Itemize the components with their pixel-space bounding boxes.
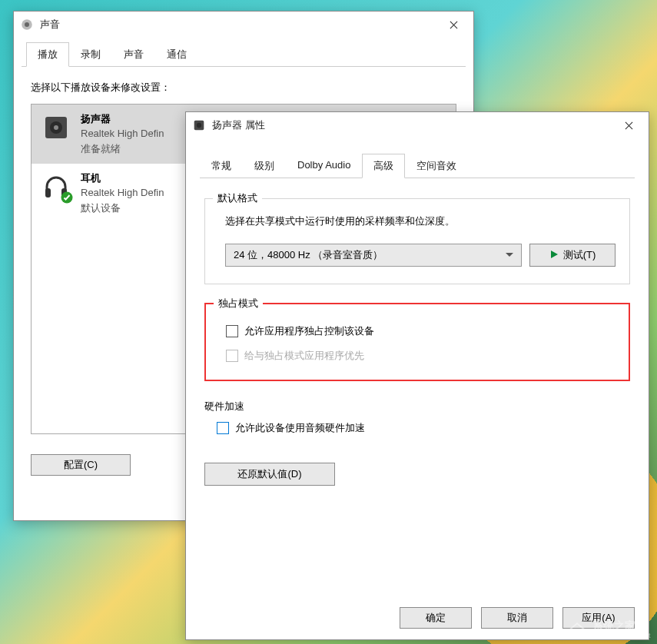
device-driver: Realtek High Defin (81, 185, 164, 201)
headphones-icon (41, 171, 71, 202)
checkbox-icon (217, 422, 229, 434)
close-button[interactable] (615, 115, 642, 136)
tab-sounds[interactable]: 声音 (112, 42, 155, 66)
checkbox-hardware-accel[interactable]: 允许此设备使用音频硬件加速 (217, 421, 630, 435)
restore-defaults-button[interactable]: 还原默认值(D) (204, 463, 335, 486)
default-format-group: 默认格式 选择在共享模式中运行时使用的采样频率和位深度。 24 位，48000 … (204, 198, 630, 284)
test-button-label: 测试(T) (563, 248, 596, 262)
device-status: 准备就绪 (81, 141, 164, 157)
speaker-properties-window: 扬声器 属性 常规 级别 Dolby Audio 高级 空间音效 默认格式 选择… (185, 111, 649, 640)
close-button[interactable] (440, 14, 467, 35)
tab-advanced[interactable]: 高级 (362, 154, 405, 178)
tab-recording[interactable]: 录制 (69, 42, 112, 66)
device-name: 扬声器 (81, 112, 164, 126)
checkbox-label: 允许应用程序独占控制该设备 (244, 324, 374, 338)
tab-levels[interactable]: 级别 (243, 154, 286, 178)
speaker-icon (41, 112, 71, 143)
default-format-description: 选择在共享模式中运行时使用的采样频率和位深度。 (225, 214, 616, 228)
ok-button[interactable]: 确定 (400, 607, 472, 629)
hardware-accel-legend: 硬件加速 (204, 400, 630, 413)
svg-point-4 (54, 125, 58, 130)
hardware-accel-group: 硬件加速 允许此设备使用音频硬件加速 (204, 400, 630, 435)
play-icon (549, 250, 559, 261)
configure-button[interactable]: 配置(C) (31, 454, 131, 476)
instruction-text: 选择以下播放设备来修改设置： (31, 81, 456, 95)
device-text: 扬声器 Realtek High Defin 准备就绪 (81, 112, 164, 156)
props-content: 默认格式 选择在共享模式中运行时使用的采样频率和位深度。 24 位，48000 … (186, 178, 649, 503)
sound-titlebar[interactable]: 声音 (14, 12, 473, 38)
device-driver: Realtek High Defin (81, 126, 164, 141)
tab-communications[interactable]: 通信 (155, 42, 198, 66)
checkbox-label: 给与独占模式应用程序优先 (244, 349, 364, 363)
checkbox-icon (226, 350, 238, 362)
checkbox-label: 允许此设备使用音频硬件加速 (235, 421, 365, 435)
sample-format-select[interactable]: 24 位，48000 Hz （录音室音质） (225, 244, 522, 267)
tab-spatial[interactable]: 空间音效 (405, 154, 468, 178)
device-text: 耳机 Realtek High Defin 默认设备 (81, 171, 164, 215)
exclusive-mode-legend: 独占模式 (214, 297, 263, 310)
checkbox-exclusive-priority: 给与独占模式应用程序优先 (226, 349, 615, 363)
device-name: 耳机 (81, 171, 164, 185)
restore-row: 还原默认值(D) (204, 463, 630, 486)
svg-point-9 (197, 123, 201, 128)
svg-rect-5 (45, 188, 51, 198)
checkbox-icon (226, 325, 238, 337)
sound-window-title: 声音 (40, 18, 440, 32)
sample-format-selected: 24 位，48000 Hz （录音室音质） (234, 248, 383, 262)
svg-point-1 (25, 22, 29, 27)
props-titlebar[interactable]: 扬声器 属性 (186, 112, 649, 138)
tab-general[interactable]: 常规 (200, 154, 243, 178)
tab-dolby[interactable]: Dolby Audio (286, 154, 362, 178)
props-tabs: 常规 级别 Dolby Audio 高级 空间音效 (200, 154, 635, 178)
exclusive-mode-group: 独占模式 允许应用程序独占控制该设备 给与独占模式应用程序优先 (204, 303, 630, 381)
props-window-title: 扬声器 属性 (212, 118, 615, 132)
test-button[interactable]: 测试(T) (529, 244, 616, 267)
sound-icon (20, 18, 34, 32)
device-status: 默认设备 (81, 201, 164, 216)
tab-playback[interactable]: 播放 (26, 42, 69, 67)
props-icon (192, 118, 206, 132)
cancel-button[interactable]: 取消 (481, 607, 553, 629)
default-format-legend: 默认格式 (213, 191, 262, 205)
props-button-row: 确定 取消 应用(A) (400, 607, 635, 629)
apply-button[interactable]: 应用(A) (562, 607, 635, 629)
sound-tabs: 播放 录制 声音 通信 (22, 41, 466, 67)
checkbox-allow-exclusive[interactable]: 允许应用程序独占控制该设备 (226, 324, 615, 338)
